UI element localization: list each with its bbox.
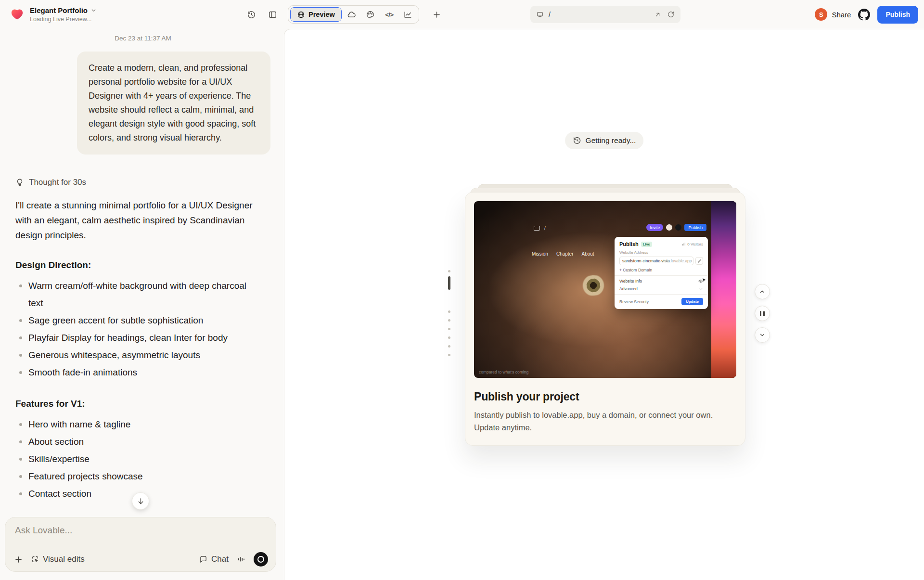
- mini-github-icon: [675, 224, 681, 231]
- publish-card: / Invite Publish Mission Chapter About: [465, 192, 745, 446]
- update-button: Update: [681, 298, 703, 305]
- edit-pencil-icon: [695, 257, 703, 265]
- analytics-icon[interactable]: [399, 7, 417, 22]
- section-heading: Design Direction:: [15, 260, 270, 271]
- mini-url-bar: /: [534, 225, 546, 231]
- topbar-right: S Share Publish: [815, 5, 918, 24]
- mini-url-path: /: [544, 225, 546, 231]
- share-button[interactable]: S Share: [815, 8, 851, 21]
- carousel-progress: [448, 270, 450, 356]
- mini-publish-panel: Publish Live 0 Visitors Website Address …: [615, 237, 708, 309]
- chat-composer: Visual edits Chat: [5, 517, 276, 572]
- thought-row[interactable]: Thought for 30s: [15, 178, 270, 187]
- chevron-down-icon: [699, 287, 703, 291]
- project-header: Elegant Portfolio Loading Live Preview..…: [10, 6, 97, 23]
- project-status: Loading Live Preview...: [30, 16, 97, 23]
- url-bar[interactable]: /: [530, 6, 680, 23]
- card-description: Instantly publish to lovable.app, buy a …: [474, 409, 736, 434]
- status-pill: Getting ready...: [565, 132, 644, 149]
- github-icon[interactable]: [858, 9, 870, 21]
- carousel-next-button[interactable]: [755, 327, 770, 343]
- card-title: Publish your project: [474, 390, 736, 403]
- visual-edits-label: Visual edits: [43, 554, 85, 564]
- live-badge: Live: [641, 242, 652, 247]
- progress-dot: [448, 354, 450, 356]
- history-group: [243, 7, 281, 22]
- progress-dot: [448, 310, 450, 313]
- publish-button[interactable]: Publish: [877, 6, 918, 24]
- domain-row: sandstorm-cinematic-vista.lovable.app: [619, 257, 703, 265]
- visual-edits-button[interactable]: Visual edits: [31, 554, 85, 564]
- mini-publish-button: Publish: [684, 224, 706, 231]
- publish-screenshot: / Invite Publish Mission Chapter About: [474, 201, 736, 378]
- composer-toolbar: Visual edits Chat: [14, 552, 268, 567]
- device-icon: [536, 11, 544, 18]
- carousel-prev-button[interactable]: [755, 284, 770, 299]
- mini-nav-item: About: [581, 251, 594, 257]
- progress-dot: [448, 270, 450, 272]
- status-text: Getting ready...: [586, 136, 636, 145]
- url-path: /: [549, 11, 649, 18]
- project-info: Elegant Portfolio Loading Live Preview..…: [30, 6, 97, 23]
- message-timestamp: Dec 23 at 11:37 AM: [15, 35, 270, 42]
- website-address-label: Website Address: [619, 250, 703, 255]
- progress-bar: [448, 276, 450, 290]
- list-item: About section: [15, 433, 251, 451]
- progress-dot: [448, 328, 450, 330]
- open-external-icon[interactable]: [654, 11, 661, 18]
- list-item: Sage green accent for subtle sophisticat…: [15, 312, 251, 329]
- mini-panel-title: Publish: [619, 241, 639, 247]
- preview-label: Preview: [308, 11, 335, 18]
- progress-dot: [448, 319, 450, 322]
- lightbulb-icon: [15, 178, 24, 187]
- chevron-down-icon[interactable]: [90, 7, 97, 13]
- photo-eye: [570, 274, 616, 297]
- chat-mode-label: Chat: [211, 554, 229, 564]
- refresh-icon[interactable]: [667, 11, 675, 18]
- clock-rewind-icon: [573, 136, 581, 145]
- topbar: Elegant Portfolio Loading Live Preview..…: [0, 0, 924, 29]
- chat-panel: Dec 23 at 11:37 AM Create a modern, clea…: [0, 29, 284, 580]
- carousel-pause-button[interactable]: [755, 306, 770, 321]
- chat-input[interactable]: [15, 525, 266, 546]
- onboarding-card: / Invite Publish Mission Chapter About: [465, 192, 745, 446]
- lovable-logo-icon: [10, 6, 25, 21]
- carousel-controls: [755, 284, 770, 343]
- palette-icon[interactable]: [362, 7, 379, 22]
- globe-icon: [297, 11, 305, 19]
- advanced-row: Advanced: [619, 286, 703, 291]
- view-toolbar: Preview </>: [288, 5, 419, 24]
- add-view-icon[interactable]: [428, 7, 445, 22]
- gradient-strip: [711, 201, 736, 378]
- progress-dot: [448, 345, 450, 348]
- composer-right: Chat: [199, 552, 268, 567]
- code-icon[interactable]: </>: [381, 7, 398, 22]
- design-direction-list: Warm cream/off-white background with dee…: [15, 277, 251, 381]
- mini-nav-item: Chapter: [556, 251, 574, 257]
- custom-domain-link: + Custom Domain: [619, 268, 703, 272]
- mini-nav-item: Mission: [532, 251, 548, 257]
- assistant-intro: I'll create a stunning minimal portfolio…: [15, 198, 270, 243]
- cloud-icon[interactable]: [343, 7, 360, 22]
- sidebar-toggle-icon[interactable]: [264, 7, 281, 22]
- mini-invite-button: Invite: [646, 224, 664, 231]
- bar-chart-icon: [682, 242, 686, 246]
- arrow-down-icon: [137, 497, 145, 505]
- list-item: Generous whitespace, asymmetric layouts: [15, 347, 251, 364]
- user-message-bubble: Create a modern, clean, and professional…: [77, 52, 270, 155]
- preview-button[interactable]: Preview: [290, 7, 342, 22]
- chevron-down-icon: [759, 332, 766, 338]
- select-cursor-icon: [31, 555, 39, 563]
- mouse-cursor-icon: [701, 277, 707, 284]
- thought-label: Thought for 30s: [29, 178, 86, 187]
- history-icon[interactable]: [243, 7, 259, 22]
- attach-plus-icon[interactable]: [14, 555, 23, 564]
- voice-waveform-icon[interactable]: [237, 555, 245, 564]
- progress-dot: [448, 336, 450, 339]
- mini-device-icon: [534, 226, 540, 231]
- chat-mode-button[interactable]: Chat: [199, 554, 229, 564]
- mini-topbar-actions: Invite Publish: [646, 224, 706, 231]
- send-stop-button[interactable]: [254, 552, 268, 567]
- chevron-up-icon: [759, 288, 766, 295]
- scroll-to-bottom-button[interactable]: [132, 492, 149, 510]
